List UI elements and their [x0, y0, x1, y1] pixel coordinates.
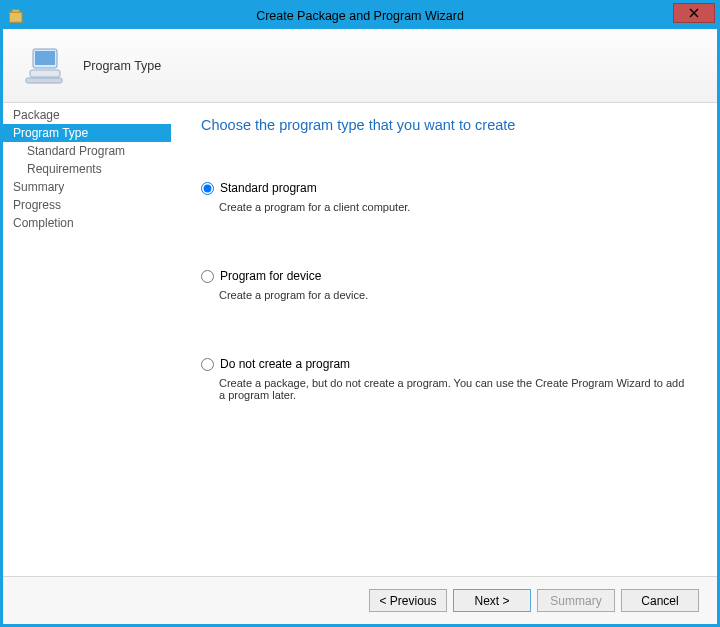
- titlebar: Create Package and Program Wizard: [3, 3, 717, 29]
- svg-rect-7: [26, 78, 62, 83]
- wizard-header: Program Type: [3, 29, 717, 103]
- summary-button[interactable]: Summary: [537, 589, 615, 612]
- option-row-standard[interactable]: Standard program: [201, 181, 687, 195]
- option-device: Program for deviceCreate a program for a…: [201, 269, 687, 301]
- options-group: Standard programCreate a program for a c…: [201, 181, 687, 566]
- window-title: Create Package and Program Wizard: [3, 9, 717, 23]
- wizard-body: PackageProgram TypeStandard ProgramRequi…: [3, 103, 717, 576]
- sidebar-item-requirements[interactable]: Requirements: [3, 160, 171, 178]
- option-description: Create a program for a client computer.: [201, 201, 687, 213]
- sidebar-item-progress[interactable]: Progress: [3, 196, 171, 214]
- option-label: Program for device: [220, 269, 321, 283]
- svg-rect-5: [35, 51, 55, 65]
- radio-none[interactable]: [201, 358, 214, 371]
- sidebar-item-label: Requirements: [27, 162, 102, 176]
- app-icon: [7, 6, 27, 26]
- option-row-device[interactable]: Program for device: [201, 269, 687, 283]
- option-none: Do not create a programCreate a package,…: [201, 357, 687, 401]
- sidebar-item-label: Completion: [13, 216, 74, 230]
- option-row-none[interactable]: Do not create a program: [201, 357, 687, 371]
- content-panel: Choose the program type that you want to…: [171, 103, 717, 576]
- radio-standard[interactable]: [201, 182, 214, 195]
- option-description: Create a program for a device.: [201, 289, 687, 301]
- radio-device[interactable]: [201, 270, 214, 283]
- wizard-footer: < Previous Next > Summary Cancel: [3, 576, 717, 624]
- sidebar-item-label: Progress: [13, 198, 61, 212]
- option-label: Do not create a program: [220, 357, 350, 371]
- sidebar-item-label: Package: [13, 108, 60, 122]
- wizard-window: Create Package and Program Wizard Progra…: [2, 2, 718, 625]
- sidebar-item-standard-program[interactable]: Standard Program: [3, 142, 171, 160]
- computer-icon: [23, 45, 65, 87]
- close-icon: [689, 8, 699, 18]
- svg-rect-0: [10, 12, 23, 22]
- sidebar-item-label: Program Type: [13, 126, 88, 140]
- page-title: Program Type: [83, 59, 161, 73]
- sidebar-item-program-type[interactable]: Program Type: [3, 124, 171, 142]
- option-label: Standard program: [220, 181, 317, 195]
- sidebar-item-summary[interactable]: Summary: [3, 178, 171, 196]
- wizard-steps-sidebar: PackageProgram TypeStandard ProgramRequi…: [3, 103, 171, 576]
- option-standard: Standard programCreate a program for a c…: [201, 181, 687, 213]
- previous-button[interactable]: < Previous: [369, 589, 447, 612]
- svg-rect-1: [12, 10, 20, 13]
- sidebar-item-completion[interactable]: Completion: [3, 214, 171, 232]
- content-heading: Choose the program type that you want to…: [201, 117, 687, 133]
- cancel-button[interactable]: Cancel: [621, 589, 699, 612]
- sidebar-item-label: Summary: [13, 180, 64, 194]
- close-button[interactable]: [673, 3, 715, 23]
- svg-rect-6: [30, 70, 60, 77]
- next-button[interactable]: Next >: [453, 589, 531, 612]
- sidebar-item-label: Standard Program: [27, 144, 125, 158]
- option-description: Create a package, but do not create a pr…: [201, 377, 687, 401]
- sidebar-item-package[interactable]: Package: [3, 106, 171, 124]
